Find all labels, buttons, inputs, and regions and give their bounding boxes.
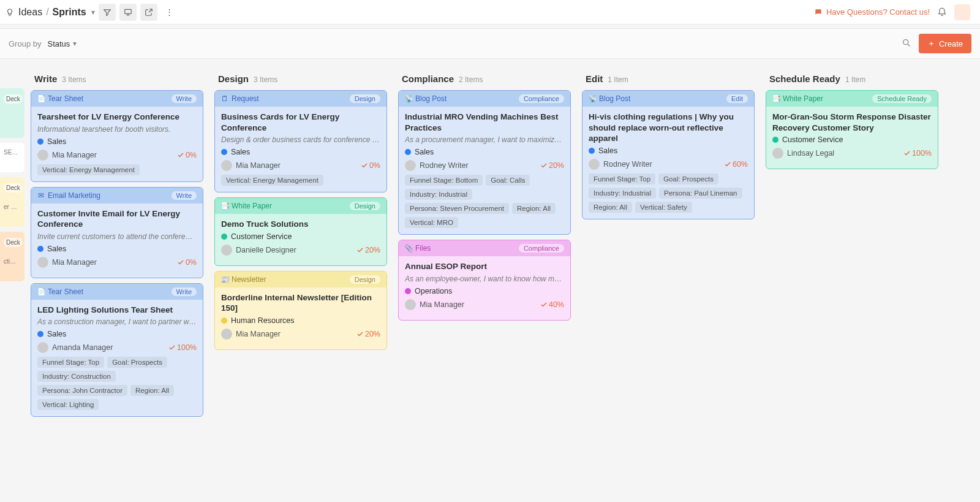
card-progress: 40%	[540, 300, 564, 309]
type-icon: 📑	[221, 202, 228, 210]
card-progress: 20%	[356, 330, 380, 338]
card[interactable]: 📡Blog PostEditHi-vis clothing regulation…	[582, 90, 755, 219]
card[interactable]: 📄Tear SheetWriteLED Lighting Solutions T…	[31, 283, 203, 417]
status-pill: Compliance	[519, 94, 564, 103]
column-edit: Edit1 Item📡Blog PostEditHi-vis clothing …	[582, 71, 755, 417]
peek-card[interactable]: SE…	[0, 143, 24, 172]
card-owner: Lindsay Legal	[787, 149, 834, 158]
tag[interactable]: Vertical: Lighting	[37, 399, 99, 410]
card-type: 📡Blog Post	[589, 94, 630, 103]
card-type: 📑White Paper	[221, 202, 272, 210]
filter-button[interactable]	[99, 4, 116, 21]
notifications-icon[interactable]	[937, 6, 947, 18]
type-icon: 📄	[37, 288, 45, 295]
tag[interactable]: Vertical: Energy Management	[37, 164, 140, 175]
status-pill: Write	[172, 94, 197, 103]
card-owner: Rodney Writer	[603, 160, 652, 169]
tag[interactable]: Funnel Stage: Top	[589, 173, 655, 184]
card-progress: 20%	[540, 161, 564, 170]
breadcrumb-leaf[interactable]: Sprints	[53, 7, 86, 18]
card[interactable]: 📑White PaperDesignDemo Truck SolutionsCu…	[214, 197, 387, 266]
card-description: Invite current customers to attend the c…	[37, 232, 197, 241]
tag[interactable]: Persona: Paul Lineman	[659, 188, 742, 199]
card[interactable]: 📎FilesComplianceAnnual ESOP ReportAs an …	[398, 240, 571, 321]
breadcrumb-separator: /	[46, 7, 48, 18]
card-description: As an employee-owner, I want to know how…	[405, 275, 564, 283]
card-type: 🗒Request	[221, 94, 259, 103]
check-icon	[177, 259, 184, 266]
chevron-down-icon[interactable]: ▾	[90, 8, 95, 17]
owner-avatar	[37, 342, 48, 353]
type-icon: 📡	[405, 95, 412, 102]
groupby-select[interactable]: Status▾	[47, 39, 77, 48]
peek-card[interactable]: Deckcti…	[0, 232, 24, 281]
card[interactable]: 📑White PaperSchedule ReadyMor-Gran-Sou S…	[766, 90, 938, 169]
card-progress: 20%	[356, 246, 380, 254]
display-button[interactable]	[119, 4, 137, 21]
column-title: Write	[34, 74, 57, 84]
user-avatar[interactable]	[954, 4, 970, 20]
owner-avatar	[37, 257, 48, 268]
peek-card[interactable]: Deck	[0, 88, 24, 138]
tag[interactable]: Goal: Calls	[486, 175, 530, 186]
column-schedule-ready: Schedule Ready1 Item📑White PaperSchedule…	[766, 71, 938, 417]
check-icon	[356, 330, 364, 338]
check-icon	[177, 151, 184, 159]
create-button[interactable]: ＋Create	[919, 34, 971, 53]
column-title: Compliance	[402, 74, 454, 84]
owner-avatar	[405, 299, 416, 310]
column-title: Edit	[586, 74, 603, 84]
share-button[interactable]	[140, 4, 157, 21]
contact-link[interactable]: Have Questions? Contact us!	[814, 7, 930, 17]
card-tags: Vertical: Energy Management	[221, 175, 380, 186]
card-progress: 0%	[361, 161, 380, 170]
owner-avatar	[221, 245, 232, 256]
column-compliance: Compliance2 Items📡Blog PostComplianceInd…	[398, 71, 571, 417]
tag[interactable]: Persona: Steven Procurement	[405, 203, 509, 214]
card-type: ✉Email Marketing	[37, 191, 100, 200]
tag[interactable]: Goal: Prospects	[107, 357, 167, 368]
tag[interactable]: Persona: John Contractor	[37, 385, 127, 396]
card[interactable]: ✉Email MarketingWriteCustomer Invite Ema…	[31, 187, 203, 278]
card-title: Business Cards for LV Energy Conference	[221, 112, 380, 133]
tag[interactable]: Industry: Industrial	[405, 189, 472, 200]
more-button[interactable]: ⋮	[161, 4, 178, 21]
tag[interactable]: Vertical: MRO	[405, 217, 458, 228]
card-department: Sales	[47, 137, 66, 146]
tag[interactable]: Funnel Stage: Top	[37, 357, 104, 368]
tag[interactable]: Funnel Stage: Bottom	[405, 175, 483, 186]
tag[interactable]: Region: All	[589, 202, 632, 213]
card[interactable]: 📰NewsletterDesignBorderline Internal New…	[214, 271, 387, 350]
lightbulb-icon	[5, 7, 15, 17]
tag[interactable]: Goal: Prospects	[658, 173, 718, 184]
peek-column: DeckSE…Decker …Deckcti…	[0, 71, 24, 281]
peek-card[interactable]: Decker …	[0, 177, 24, 227]
card-progress: 0%	[177, 151, 197, 159]
dept-dot	[221, 318, 227, 324]
card[interactable]: 📄Tear SheetWriteTearsheet for LV Energy …	[31, 90, 203, 182]
card[interactable]: 🗒RequestDesignBusiness Cards for LV Ener…	[214, 90, 387, 192]
column-count: 3 Items	[62, 75, 86, 84]
status-pill: Design	[350, 94, 380, 103]
breadcrumb-root[interactable]: Ideas	[18, 7, 42, 18]
tag[interactable]: Region: All	[512, 203, 556, 214]
tag[interactable]: Vertical: Energy Management	[221, 175, 323, 186]
card[interactable]: 📡Blog PostComplianceIndustrial MRO Vendi…	[398, 90, 571, 235]
tag[interactable]: Vertical: Safety	[635, 202, 692, 213]
card-title: Demo Truck Solutions	[221, 219, 380, 230]
type-icon: 📑	[772, 95, 780, 102]
status-pill: Design	[350, 275, 380, 284]
tag[interactable]: Region: All	[130, 385, 174, 396]
card-description: Informational tearsheet for booth visito…	[37, 125, 197, 134]
check-icon	[540, 162, 548, 169]
dept-dot	[221, 234, 227, 240]
column-count: 3 Items	[254, 75, 277, 84]
owner-avatar	[405, 160, 416, 171]
tag[interactable]: Industry: Industrial	[589, 188, 656, 199]
search-icon[interactable]	[902, 38, 911, 50]
dept-dot	[772, 137, 778, 143]
card-progress: 100%	[903, 149, 932, 158]
tag[interactable]: Industry: Construction	[37, 371, 116, 382]
card-description: As a construction manager, I want to par…	[37, 318, 197, 326]
check-icon	[540, 301, 548, 308]
